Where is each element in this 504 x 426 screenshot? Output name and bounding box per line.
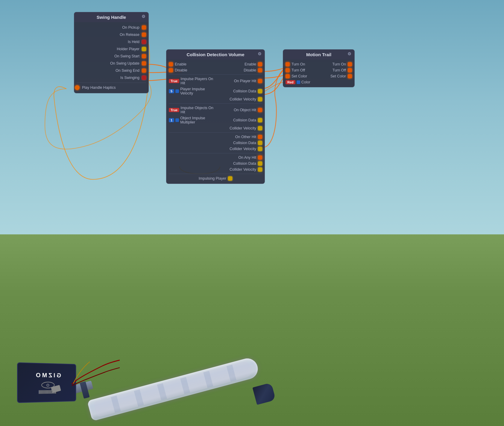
on-player-hit-label: On Player Hit: [218, 79, 258, 83]
swing-handle-header: Swing Handle ⚙: [74, 12, 148, 22]
on-other-hit-port[interactable]: [258, 135, 262, 139]
enable-input-port[interactable]: [169, 62, 173, 66]
collider-velocity-2-label: Collider Velocity: [230, 126, 258, 130]
collider-velocity-1-row: Collider Velocity: [166, 96, 265, 102]
holder-player-port[interactable]: [142, 47, 146, 51]
impulse-objects-row: True Impulse Objects On Hit On Object Hi…: [166, 105, 265, 115]
on-other-hit-row: On Other Hit: [166, 134, 265, 140]
is-held-port[interactable]: [142, 40, 146, 44]
swing-handle-body: On Pickup On Release Is Held Holder Play…: [74, 22, 148, 93]
turn-on-output-port[interactable]: [348, 62, 352, 66]
collider-velocity-4-port[interactable]: [258, 167, 262, 172]
collider-velocity-2-row: Collider Velocity: [166, 125, 265, 131]
swing-handle-row-0: On Pickup: [74, 24, 148, 31]
set-color-input-port[interactable]: [286, 74, 290, 78]
turn-off-row: Turn Off Turn Off: [283, 67, 354, 73]
color-label: Color: [301, 80, 352, 84]
is-swinging-label: Is Swinging: [77, 76, 142, 80]
gizmo-label: GIZMO: [34, 372, 61, 379]
impulse-objects-badge[interactable]: True: [169, 108, 179, 112]
holder-player-label: Holder Player: [77, 47, 142, 51]
collision-data-2-label: Collision Data: [218, 118, 258, 122]
impulsing-player-row: Impulsing Player: [166, 175, 265, 182]
swing-handle-row-1: On Release: [74, 31, 148, 38]
swing-handle-row-6: On Swing End: [74, 67, 148, 74]
on-other-hit-label: On Other Hit: [235, 135, 258, 139]
gear-icon[interactable]: ⚙: [141, 14, 146, 19]
disable-output-port[interactable]: [258, 68, 262, 72]
on-swing-update-port[interactable]: [142, 61, 146, 65]
collision-body: Enable Enable Disable Disable True Impul…: [166, 59, 265, 184]
impulse-players-badge[interactable]: True: [169, 79, 179, 83]
object-impulse-badge[interactable]: 1: [169, 118, 174, 122]
divider-1: [77, 83, 146, 83]
color-port[interactable]: [297, 80, 300, 84]
collision-gear-icon[interactable]: ⚙: [257, 51, 262, 57]
on-any-hit-port[interactable]: [258, 155, 262, 160]
impulse-players-label: Impulse Players On Hit: [180, 77, 218, 85]
collider-velocity-3-port[interactable]: [258, 147, 262, 151]
on-swing-end-port[interactable]: [142, 68, 146, 73]
play-haptics-label: Play Handle Haptics: [81, 85, 146, 90]
motion-trail-body: Turn On Turn On Turn Off Turn Off Set Co…: [283, 59, 354, 87]
collider-velocity-1-label: Collider Velocity: [230, 97, 258, 101]
collider-velocity-3-row: Collider Velocity: [166, 146, 265, 152]
on-any-hit-label: On Any Hit: [238, 155, 258, 160]
collision-node: Collision Detection Volume ⚙ Enable Enab…: [166, 49, 265, 184]
on-swing-start-port[interactable]: [142, 54, 146, 58]
on-any-hit-row: On Any Hit: [166, 155, 265, 161]
collision-enable-row: Enable Enable: [166, 61, 265, 67]
collision-data-3-port[interactable]: [258, 141, 262, 145]
player-impulse-port[interactable]: [175, 89, 179, 93]
collision-data-1-label: Collision Data: [218, 89, 258, 93]
set-color-input-label: Set Color: [292, 74, 319, 78]
collision-divider-1: [169, 74, 262, 75]
disable-output-label: Disable: [215, 68, 258, 72]
collision-data-4-port[interactable]: [258, 161, 262, 166]
swing-handle-row-4: On Swing Start: [74, 53, 148, 60]
on-release-port[interactable]: [142, 33, 146, 37]
on-object-hit-port[interactable]: [258, 108, 262, 112]
collision-divider-4: [169, 153, 262, 153]
on-player-hit-port[interactable]: [258, 79, 262, 83]
collider-velocity-1-port[interactable]: [258, 97, 262, 101]
collider-velocity-4-row: Collider Velocity: [166, 167, 265, 172]
on-pickup-port[interactable]: [142, 25, 146, 30]
object-impulse-row: 1 Object Impulse Multiplier Collision Da…: [166, 115, 265, 125]
on-object-hit-label: On Object Hit: [218, 108, 258, 112]
swing-handle-node: Swing Handle ⚙ On Pickup On Release Is H…: [74, 12, 149, 93]
enable-output-port[interactable]: [258, 62, 262, 66]
motion-trail-gear-icon[interactable]: ⚙: [347, 51, 352, 57]
turn-off-output-port[interactable]: [348, 68, 352, 72]
collision-divider-5: [169, 174, 262, 174]
disable-input-port[interactable]: [169, 68, 173, 72]
disable-input-label: Disable: [175, 68, 215, 72]
on-pickup-label: On Pickup: [77, 25, 142, 30]
collision-title: Collision Detection Volume: [186, 52, 244, 57]
collision-data-1-port[interactable]: [258, 89, 262, 93]
set-color-output-port[interactable]: [348, 74, 352, 78]
gizmo-box: GIZMO ⊙: [17, 362, 76, 403]
impulsing-player-port[interactable]: [228, 176, 232, 181]
collider-velocity-4-label: Collider Velocity: [230, 167, 258, 172]
set-color-row: Set Color Set Color: [283, 73, 354, 79]
collision-data-2-port[interactable]: [258, 118, 262, 122]
play-haptics-row: Play Handle Haptics: [74, 84, 148, 91]
swing-handle-row-3: Holder Player: [74, 45, 148, 53]
turn-off-input-label: Turn Off: [292, 68, 319, 72]
play-haptics-input-port[interactable]: [75, 85, 80, 90]
object-impulse-port[interactable]: [175, 118, 179, 122]
collision-divider-3: [169, 132, 262, 133]
impulsing-player-label: Impulsing Player: [199, 176, 228, 181]
turn-on-input-port[interactable]: [286, 62, 290, 66]
color-badge[interactable]: Red: [286, 80, 295, 84]
impulse-objects-label: Impulse Objects On Hit: [180, 106, 218, 114]
player-impulse-badge[interactable]: 5: [169, 89, 174, 93]
collision-data-3-label: Collision Data: [233, 141, 258, 145]
is-swinging-port[interactable]: [142, 76, 146, 80]
player-impulse-row: 5 Player Impulse Velocity Collision Data: [166, 86, 265, 96]
motion-trail-title: Motion Trail: [306, 52, 331, 57]
collision-divider-2: [169, 103, 262, 104]
turn-off-input-port[interactable]: [286, 68, 290, 72]
collider-velocity-2-port[interactable]: [258, 126, 262, 130]
